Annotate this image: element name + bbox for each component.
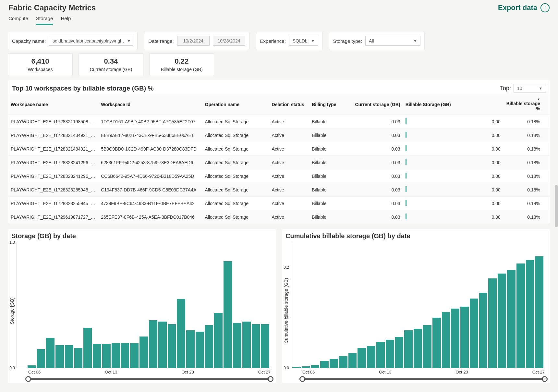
- bar[interactable]: [414, 329, 422, 368]
- bar[interactable]: [516, 263, 525, 368]
- slider-handle-left[interactable]: [299, 376, 305, 382]
- experience-label: Experience:: [260, 38, 286, 44]
- cell-workspace-name: PLAYWRIGHT_E2E_t1728321198508_0ea...: [8, 115, 98, 129]
- bar[interactable]: [214, 313, 223, 368]
- col-workspace-id[interactable]: Workspace Id: [98, 94, 202, 115]
- bar[interactable]: [158, 322, 167, 368]
- bar[interactable]: [367, 346, 375, 368]
- col-operation[interactable]: Operation name: [202, 94, 269, 115]
- cell-operation: Allocated Sql Storage: [202, 210, 269, 224]
- bar[interactable]: [535, 256, 543, 368]
- bar[interactable]: [358, 348, 366, 368]
- bar[interactable]: [168, 324, 176, 368]
- bar[interactable]: [386, 340, 394, 368]
- table-row[interactable]: PLAYWRIGHT_E2E_t1728323241296_3a...62836…: [8, 156, 550, 169]
- bar[interactable]: [488, 278, 497, 368]
- bar[interactable]: [526, 260, 534, 368]
- slider-handle-right[interactable]: [542, 376, 548, 382]
- bar[interactable]: [121, 343, 129, 368]
- plot-area[interactable]: 0.00.51.0: [17, 242, 271, 368]
- bar[interactable]: [55, 345, 64, 368]
- bar[interactable]: [242, 322, 251, 368]
- bar[interactable]: [498, 274, 506, 368]
- bar[interactable]: [442, 312, 450, 368]
- bar[interactable]: [252, 324, 260, 368]
- cell-operation: Allocated Sql Storage: [202, 115, 269, 129]
- bar[interactable]: [186, 330, 195, 368]
- bar[interactable]: [65, 345, 73, 368]
- bar[interactable]: [348, 353, 357, 368]
- bar[interactable]: [112, 343, 120, 368]
- date-from-input[interactable]: 10/2/2024: [177, 36, 210, 46]
- bar[interactable]: [302, 366, 310, 368]
- slider-handle-right[interactable]: [268, 376, 273, 382]
- bar[interactable]: [102, 344, 111, 368]
- bar[interactable]: [224, 261, 232, 368]
- bar[interactable]: [140, 337, 148, 368]
- table-row[interactable]: PLAYWRIGHT_E2E_t1728323255945_0e...C194F…: [8, 183, 550, 197]
- top-select[interactable]: 10 ▼: [514, 84, 546, 92]
- col-workspace-name[interactable]: Workspace name: [8, 94, 98, 115]
- tab-help[interactable]: Help: [61, 16, 71, 25]
- experience-select[interactable]: SQLDb ▼: [289, 36, 318, 46]
- storage-type-select[interactable]: All ▼: [365, 36, 420, 46]
- bar[interactable]: [330, 359, 338, 368]
- bar[interactable]: [149, 320, 157, 368]
- table-row[interactable]: PLAYWRIGHT_E2E_t1729619871727_28...265EF…: [8, 210, 550, 224]
- table-row[interactable]: PLAYWRIGHT_E2E_t1728323241296_3a...CC6B6…: [8, 169, 550, 183]
- col-billing-type[interactable]: Billing type: [309, 94, 349, 115]
- cell-billable-pct: 0.18%: [503, 115, 550, 129]
- bar[interactable]: [320, 361, 329, 368]
- col-billable-pct[interactable]: ▼Billable storage %: [503, 94, 550, 115]
- date-to-input[interactable]: 10/28/2024: [213, 36, 245, 46]
- bar[interactable]: [470, 299, 478, 368]
- cell-billable-bar: [403, 197, 477, 210]
- col-billable-storage[interactable]: Billable Storage (GB): [403, 94, 477, 115]
- cell-deletion-status: Active: [269, 197, 309, 210]
- cell-deletion-status: Active: [269, 156, 309, 169]
- vertical-scrollbar[interactable]: [555, 185, 558, 227]
- bar[interactable]: [376, 342, 385, 368]
- bar[interactable]: [479, 293, 488, 368]
- bar[interactable]: [261, 324, 269, 368]
- bar[interactable]: [37, 349, 45, 368]
- plot-area[interactable]: 0.00.10.2: [291, 242, 545, 368]
- bar[interactable]: [432, 318, 441, 368]
- bar[interactable]: [233, 323, 241, 368]
- export-data-link[interactable]: Export data: [498, 4, 537, 12]
- info-icon[interactable]: i: [540, 3, 550, 12]
- table-row[interactable]: PLAYWRIGHT_E2E_t1728321434921_0c8...E8B9…: [8, 129, 550, 142]
- bar[interactable]: [93, 344, 101, 368]
- bar[interactable]: [74, 348, 83, 368]
- bar[interactable]: [460, 307, 469, 368]
- bar[interactable]: [395, 337, 404, 368]
- range-slider[interactable]: [28, 378, 271, 380]
- table-row[interactable]: PLAYWRIGHT_E2E_t1728321198508_0ea...1FCB…: [8, 115, 550, 129]
- bar[interactable]: [83, 328, 92, 368]
- bar[interactable]: [451, 309, 459, 368]
- bar[interactable]: [130, 343, 139, 368]
- bar[interactable]: [196, 332, 204, 368]
- tab-compute[interactable]: Compute: [8, 16, 28, 25]
- col-billable-storage-val[interactable]: [476, 94, 503, 115]
- table-row[interactable]: PLAYWRIGHT_E2E_t1728321434921_0c8...5B0C…: [8, 142, 550, 156]
- bar[interactable]: [28, 365, 36, 368]
- bar[interactable]: [339, 356, 347, 368]
- bar[interactable]: [423, 325, 431, 368]
- tab-storage[interactable]: Storage: [36, 16, 53, 25]
- bar[interactable]: [205, 325, 213, 368]
- table-row[interactable]: PLAYWRIGHT_E2E_t1728323255945_0e...4739F…: [8, 197, 550, 210]
- slider-handle-left[interactable]: [25, 376, 31, 382]
- capacity-label: Capacity name:: [12, 38, 46, 44]
- bar[interactable]: [292, 367, 301, 368]
- bar[interactable]: [311, 365, 320, 368]
- cell-billable-pct: 0.18%: [503, 210, 550, 224]
- col-deletion-status[interactable]: Deletion status: [269, 94, 309, 115]
- bar[interactable]: [46, 338, 55, 368]
- bar[interactable]: [507, 270, 516, 368]
- col-current-storage[interactable]: Current storage (GB): [349, 94, 403, 115]
- bar[interactable]: [404, 330, 413, 368]
- range-slider[interactable]: [302, 378, 545, 380]
- bar[interactable]: [177, 299, 185, 368]
- capacity-select[interactable]: sqldbnativefabriccapacityplaywright ▼: [49, 36, 133, 46]
